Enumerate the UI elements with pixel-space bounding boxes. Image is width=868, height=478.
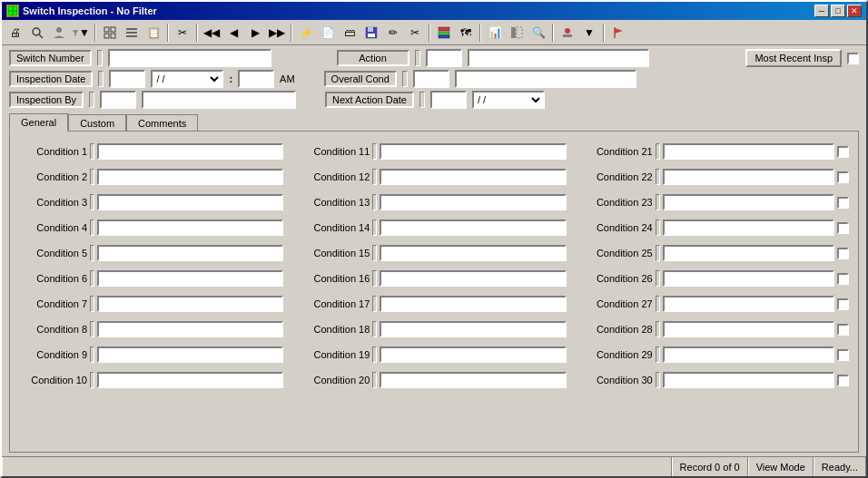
condition-sep-25 — [656, 245, 660, 261]
print-button[interactable]: 🖨 — [5, 23, 25, 43]
doc-button[interactable]: 📄 — [318, 23, 338, 43]
condition-sep-5 — [90, 245, 94, 261]
condition-input-14[interactable] — [380, 219, 566, 236]
layout-button[interactable]: 📋 — [143, 23, 163, 43]
condition-input-29[interactable] — [663, 346, 834, 363]
condition-checkbox-7[interactable] — [837, 298, 849, 310]
condition-input-6[interactable] — [97, 270, 283, 287]
edit-button[interactable]: ✏ — [383, 23, 403, 43]
lightning-button[interactable]: ⚡ — [296, 23, 316, 43]
condition-label-5: Condition 5 — [19, 248, 87, 259]
condition-input-30[interactable] — [663, 372, 834, 388]
condition-label-25: Condition 25 — [585, 248, 653, 259]
next-button[interactable]: ▶ — [245, 23, 265, 43]
action-input-2[interactable] — [468, 49, 649, 67]
last-button[interactable]: ▶▶ — [267, 23, 287, 43]
condition-checkbox-4[interactable] — [837, 222, 849, 234]
condition-checkbox-6[interactable] — [837, 273, 849, 285]
tab-comments[interactable]: Comments — [126, 114, 198, 132]
condition-input-4[interactable] — [97, 219, 283, 236]
overall-cond-input-2[interactable] — [455, 70, 636, 88]
minimize-button[interactable]: ─ — [814, 5, 829, 17]
condition-input-22[interactable] — [663, 169, 834, 185]
inspection-by-input-1[interactable] — [100, 91, 136, 109]
condition-input-11[interactable] — [380, 143, 566, 160]
condition-input-24[interactable] — [663, 219, 834, 236]
condition-input-9[interactable] — [97, 346, 283, 363]
condition-input-25[interactable] — [663, 245, 834, 261]
condition-input-8[interactable] — [97, 321, 283, 337]
condition-row: Condition 8 — [19, 318, 283, 340]
condition-input-13[interactable] — [380, 194, 566, 210]
save-button[interactable] — [361, 23, 381, 43]
condition-label-7: Condition 7 — [19, 298, 87, 309]
overall-cond-input-1[interactable] — [413, 70, 449, 88]
chart-button[interactable]: 📊 — [485, 23, 505, 43]
folder-button[interactable]: 🗃 — [340, 23, 360, 43]
stamp-button[interactable] — [557, 23, 577, 43]
separator-5 — [429, 24, 430, 42]
switch-number-input[interactable] — [108, 49, 271, 67]
condition-input-10[interactable] — [97, 372, 283, 388]
svg-rect-23 — [563, 34, 572, 37]
flag-button[interactable] — [608, 23, 628, 43]
date-select[interactable]: / / — [151, 70, 223, 88]
time-input[interactable] — [238, 70, 274, 88]
grid-button[interactable] — [100, 23, 120, 43]
layers-button[interactable] — [434, 23, 454, 43]
user-button[interactable] — [49, 23, 69, 43]
condition-input-1[interactable] — [97, 143, 283, 160]
most-recent-checkbox[interactable] — [847, 53, 859, 64]
condition-checkbox-2[interactable] — [837, 171, 849, 183]
tab-custom[interactable]: Custom — [68, 114, 126, 132]
prev-button[interactable]: ◀ — [223, 23, 243, 43]
condition-input-12[interactable] — [380, 169, 566, 185]
tab-general[interactable]: General — [9, 113, 68, 132]
condition-row: Condition 25 — [585, 242, 849, 264]
map-button[interactable]: 🗺 — [456, 23, 476, 43]
action-input-1[interactable] — [426, 49, 462, 67]
condition-input-28[interactable] — [663, 321, 834, 337]
tools-button[interactable]: ▼ — [579, 23, 599, 43]
condition-sep-8 — [90, 321, 94, 337]
select-button[interactable] — [507, 23, 527, 43]
inspection-by-input-2[interactable] — [142, 91, 296, 109]
toolbar: 🖨 ▼ — [2, 20, 866, 45]
close-button[interactable]: ✕ — [847, 5, 862, 17]
zoom-button[interactable]: 🔍 — [528, 23, 548, 43]
condition-input-21[interactable] — [663, 143, 834, 160]
condition-input-2[interactable] — [97, 169, 283, 185]
condition-input-26[interactable] — [663, 270, 834, 287]
condition-sep-1 — [90, 143, 94, 160]
list-button[interactable] — [122, 23, 142, 43]
delete-button[interactable]: ✂ — [173, 23, 192, 43]
condition-checkbox-3[interactable] — [837, 197, 849, 209]
condition-input-7[interactable] — [97, 296, 283, 312]
condition-input-16[interactable] — [380, 270, 566, 287]
condition-checkbox-9[interactable] — [837, 349, 849, 361]
next-action-select[interactable]: / / — [472, 91, 545, 109]
filter-dropdown-button[interactable]: ▼ — [71, 23, 91, 43]
search-button[interactable] — [27, 23, 47, 43]
condition-row: Condition 3 — [19, 191, 283, 213]
condition-input-5[interactable] — [97, 245, 283, 261]
date-input[interactable] — [109, 70, 145, 88]
condition-input-17[interactable] — [380, 296, 566, 312]
cut-button[interactable]: ✂ — [405, 23, 425, 43]
condition-input-27[interactable] — [663, 296, 834, 312]
condition-checkbox-8[interactable] — [837, 324, 849, 336]
condition-checkbox-10[interactable] — [837, 375, 849, 386]
condition-input-20[interactable] — [380, 372, 566, 388]
condition-input-18[interactable] — [380, 321, 566, 337]
most-recent-button[interactable]: Most Recent Insp — [745, 49, 842, 67]
condition-input-19[interactable] — [380, 346, 566, 363]
first-button[interactable]: ◀◀ — [202, 23, 222, 43]
condition-input-3[interactable] — [97, 194, 283, 210]
next-action-input[interactable] — [430, 91, 467, 109]
condition-checkbox-5[interactable] — [837, 248, 849, 259]
maximize-button[interactable]: □ — [831, 5, 845, 17]
condition-input-23[interactable] — [663, 194, 834, 210]
sep-by — [89, 92, 94, 108]
condition-input-15[interactable] — [380, 245, 566, 261]
condition-checkbox-1[interactable] — [837, 146, 849, 158]
